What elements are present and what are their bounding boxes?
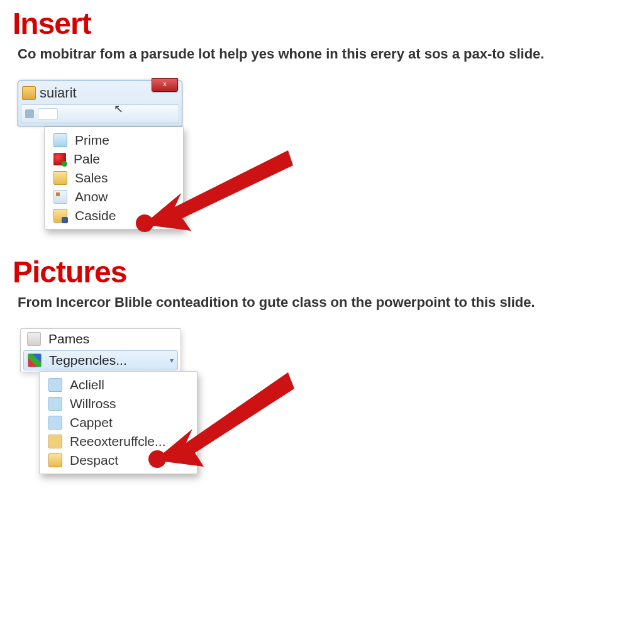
cloud-icon: [48, 378, 62, 392]
svg-point-3: [148, 450, 166, 468]
list-item-label: Tegpencles...: [49, 353, 127, 368]
menu-item-label: Cappet: [70, 415, 113, 430]
menu-item-label: Prime: [75, 133, 109, 148]
status-dot-icon: [53, 153, 66, 165]
picture-icon: [53, 133, 67, 147]
app-icon: [53, 190, 67, 204]
menu-item-label: Pale: [74, 152, 100, 167]
menu-item-label: Willross: [70, 396, 116, 411]
desc-insert: Co mobitrar fom a parsude lot help yes w…: [18, 46, 638, 62]
toolbar-field[interactable]: [38, 108, 58, 119]
window-close-button[interactable]: x: [152, 78, 178, 92]
mouse-cursor-icon: ↖: [114, 102, 123, 116]
explorer-window: x suiarit ↖: [18, 80, 182, 126]
folder-icon: [53, 171, 67, 185]
toolbar-icon: [25, 109, 34, 118]
menu-item-label: Acliell: [70, 377, 104, 392]
cloud-icon: [48, 397, 62, 411]
list-item-pames[interactable]: Pames: [21, 329, 180, 349]
heading-insert: Insert: [13, 6, 638, 41]
menu-item-label: Caside: [75, 208, 116, 223]
menu-item-label: Sales: [75, 170, 108, 186]
menu-item-label: Despact: [70, 453, 118, 468]
cloud-icon: [48, 416, 62, 430]
folder-icon: [22, 86, 36, 100]
annotation-arrow-icon: [143, 360, 294, 479]
svg-marker-2: [155, 372, 294, 467]
folder-icon: [48, 453, 62, 467]
app-icon: [27, 332, 41, 346]
list-item-label: Pames: [48, 331, 89, 347]
figure-pictures: Pames Tegpencles... ▾ Acliell Willross C…: [18, 328, 395, 474]
menu-item-label: Anow: [75, 189, 108, 204]
figure-insert: x suiarit ↖ Prime Pale Sales Anow: [18, 80, 395, 230]
svg-point-1: [136, 214, 153, 232]
window-title: suiarit: [40, 85, 77, 101]
cloud-icon: [48, 435, 62, 448]
folder-icon: [53, 209, 67, 223]
svg-marker-0: [143, 150, 293, 231]
app-icon: [28, 353, 42, 367]
window-toolbar[interactable]: [21, 104, 179, 123]
annotation-arrow-icon: [131, 136, 294, 250]
heading-pictures: Pictures: [13, 255, 638, 289]
desc-pictures: From Incercor Blible conteadition to gut…: [18, 294, 638, 311]
